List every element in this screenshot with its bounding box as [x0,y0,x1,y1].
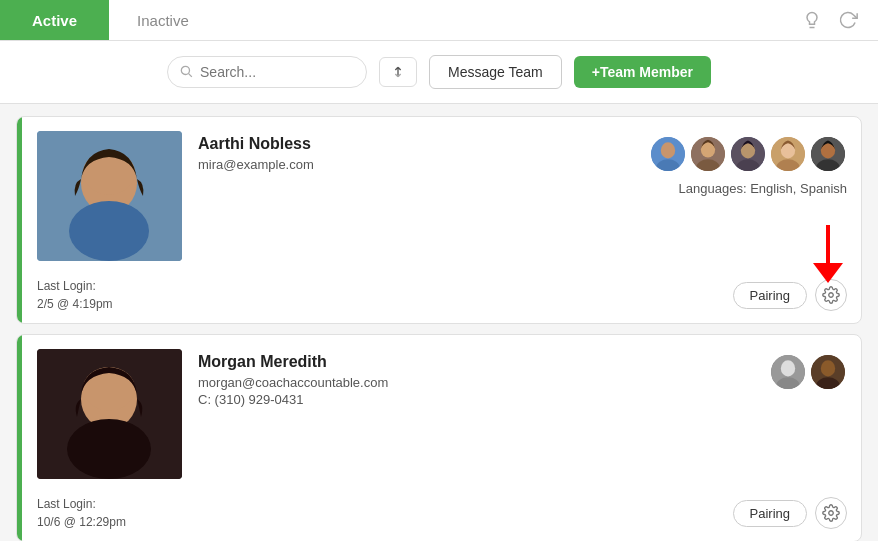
last-login-value: 2/5 @ 4:19pm [37,295,113,313]
tab-active[interactable]: Active [0,0,109,40]
tab-active-label: Active [32,12,77,29]
pairing-label: Pairing [750,506,790,521]
member-card-footer: Last Login: 2/5 @ 4:19pm Pairing [17,269,861,323]
bulb-icon [802,10,822,30]
last-login-label: Last Login: [37,277,113,295]
gear-icon [822,286,840,304]
member-card-footer: Last Login: 10/6 @ 12:29pm Pairing [17,487,861,541]
member-photo-image [37,131,182,261]
member-photo [37,349,182,479]
avatar [649,135,687,173]
footer-actions: Pairing [733,279,847,311]
settings-button[interactable] [815,497,847,529]
pairing-button[interactable]: Pairing [733,282,807,309]
member-email: morgan@coachaccountable.com [198,375,753,390]
message-team-label: Message Team [448,64,543,80]
member-photo-image [37,349,182,479]
add-member-button[interactable]: +Team Member [574,56,711,88]
search-wrap [167,56,367,88]
avatar [729,135,767,173]
avatar [769,135,807,173]
tab-inactive[interactable]: Inactive [109,0,217,40]
avatar [769,353,807,391]
tabs-bar: Active Inactive [0,0,878,41]
message-team-button[interactable]: Message Team [429,55,562,89]
member-right: Languages: English, Spanish [649,131,847,196]
avatar [689,135,727,173]
last-login-value: 10/6 @ 12:29pm [37,513,126,531]
header-icons [802,10,878,30]
search-icon [179,64,193,81]
member-name: Morgan Meredith [198,353,753,371]
member-avatars [649,135,847,173]
svg-point-29 [781,360,795,376]
svg-point-7 [661,142,675,158]
refresh-icon-button[interactable] [838,10,858,30]
svg-line-1 [189,73,192,76]
member-card: Aarthi Nobless mira@example.com [16,116,862,324]
member-info: Aarthi Nobless mira@example.com [198,131,633,174]
member-card-body: Morgan Meredith morgan@coachaccountable.… [17,335,861,479]
sort-icon [390,64,406,80]
member-photo [37,131,182,261]
member-languages: Languages: English, Spanish [679,181,847,196]
pairing-button[interactable]: Pairing [733,500,807,527]
members-list: Aarthi Nobless mira@example.com [0,104,878,541]
svg-point-4 [69,201,149,261]
avatar [809,135,847,173]
card-accent-bar [17,335,22,541]
member-name: Aarthi Nobless [198,135,633,153]
member-avatars [769,353,847,391]
pairing-label: Pairing [750,288,790,303]
svg-point-34 [829,511,834,516]
sort-button[interactable] [379,57,417,87]
settings-button[interactable] [815,279,847,311]
tab-inactive-label: Inactive [137,12,189,29]
last-login: Last Login: 2/5 @ 4:19pm [37,277,113,313]
toolbar: Message Team +Team Member [0,41,878,104]
last-login-label: Last Login: [37,495,126,513]
footer-actions: Pairing [733,497,847,529]
member-card-body: Aarthi Nobless mira@example.com [17,117,861,261]
svg-point-0 [181,66,189,74]
member-right [769,349,847,391]
bulb-icon-button[interactable] [802,10,822,30]
member-card: Morgan Meredith morgan@coachaccountable.… [16,334,862,541]
refresh-icon [838,10,858,30]
avatar [809,353,847,391]
member-email: mira@example.com [198,157,633,172]
gear-icon [822,504,840,522]
add-member-label: +Team Member [592,64,693,80]
card-accent-bar [17,117,22,323]
member-phone: C: (310) 929-0431 [198,392,753,407]
search-input[interactable] [167,56,367,88]
member-info: Morgan Meredith morgan@coachaccountable.… [198,349,753,407]
svg-point-21 [829,293,834,298]
last-login: Last Login: 10/6 @ 12:29pm [37,495,126,531]
svg-point-32 [821,360,835,376]
svg-point-26 [67,419,151,479]
